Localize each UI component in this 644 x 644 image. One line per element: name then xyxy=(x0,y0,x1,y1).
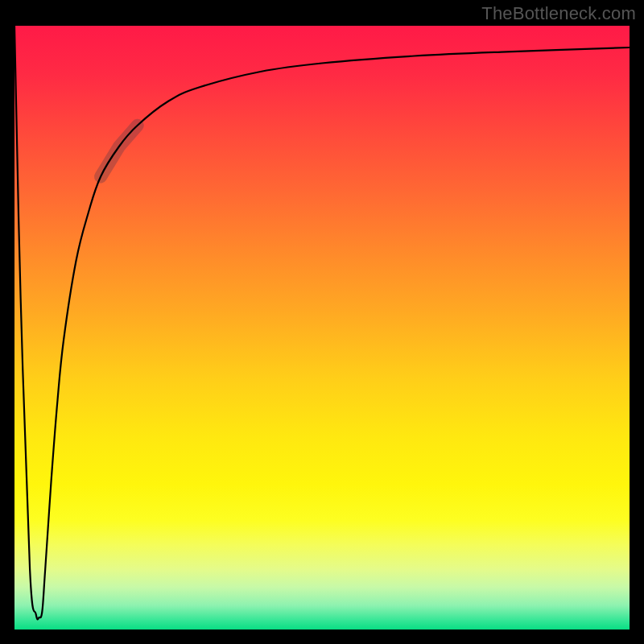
watermark-label: TheBottleneck.com xyxy=(481,3,636,24)
chart-container: TheBottleneck.com xyxy=(0,0,644,644)
highlight-smudge xyxy=(101,126,138,177)
curve-layer xyxy=(14,26,630,630)
bottleneck-curve xyxy=(14,26,630,619)
plot-area xyxy=(14,26,630,630)
